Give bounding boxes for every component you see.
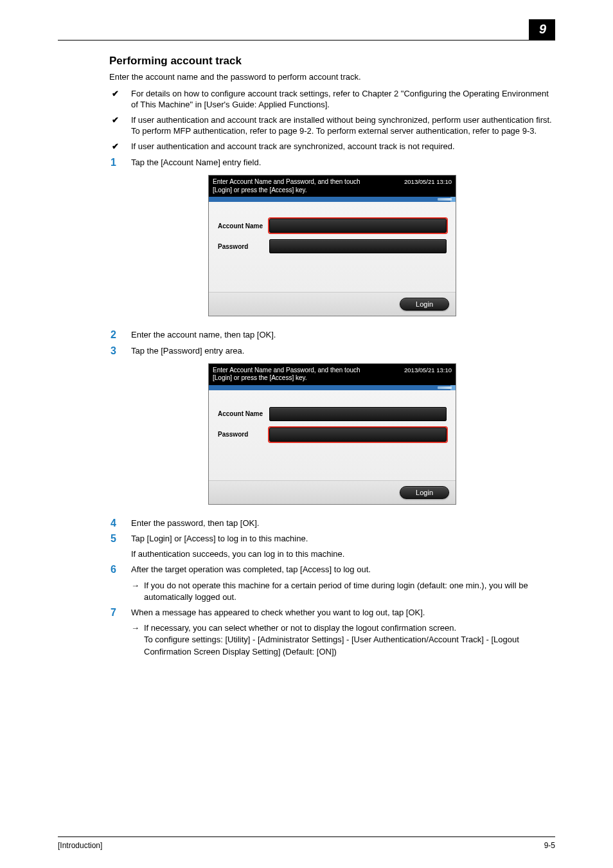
- step-main-text: Tap [Login] or [Access] to log in to thi…: [131, 533, 555, 545]
- step-sub-text: If you do not operate this machine for a…: [144, 580, 555, 603]
- account-name-row: Account Name: [218, 407, 447, 421]
- note-item: If user authentication and account track…: [109, 141, 555, 152]
- footer-left: [Introduction]: [58, 841, 102, 850]
- mfp-body: Account Name Password: [209, 202, 456, 292]
- step-text: Tap the [Password] entry area.: [131, 345, 555, 357]
- step-sub: → If you do not operate this machine for…: [131, 580, 555, 603]
- step-number: 4: [109, 518, 131, 529]
- screenshot-2: Enter Account Name and Password, and the…: [109, 363, 555, 505]
- page: 9 Performing account track Enter the acc…: [0, 0, 613, 868]
- section-title: Performing account track: [109, 55, 555, 68]
- mfp-footer: Login: [209, 292, 456, 316]
- footer-right: 9-5: [544, 841, 555, 850]
- bottom-rule: [58, 836, 555, 837]
- step-text: Enter the password, then tap [OK].: [131, 518, 555, 529]
- mfp-panel: Enter Account Name and Password, and the…: [208, 363, 456, 505]
- account-name-input[interactable]: [269, 407, 447, 421]
- mfp-memory-bar: [209, 197, 456, 202]
- step-sub: → If necessary, you can select whether o…: [131, 622, 555, 658]
- step-3: 3 Tap the [Password] entry area.: [109, 345, 555, 357]
- password-row: Password: [218, 239, 447, 253]
- step-text: After the target operation was completed…: [131, 564, 555, 603]
- mfp-instruction: Enter Account Name and Password, and the…: [213, 366, 380, 383]
- mfp-panel: Enter Account Name and Password, and the…: [208, 175, 456, 316]
- mfp-header: Enter Account Name and Password, and the…: [209, 176, 456, 197]
- password-label: Password: [218, 431, 269, 438]
- step-2: 2 Enter the account name, then tap [OK].: [109, 329, 555, 341]
- step-sub-text: If necessary, you can select whether or …: [144, 622, 555, 658]
- password-input[interactable]: [269, 428, 447, 442]
- top-rule: [58, 40, 555, 41]
- step-7: 7 When a message has appeared to check w…: [109, 607, 555, 658]
- account-name-row: Account Name: [218, 219, 447, 233]
- step-number: 1: [109, 157, 131, 168]
- mfp-body: Account Name Password: [209, 390, 456, 480]
- content-area: Performing account track Enter the accou…: [109, 55, 555, 658]
- step-text: Tap [Login] or [Access] to log in to thi…: [131, 533, 555, 560]
- account-name-input[interactable]: [269, 219, 447, 233]
- notes-list: For details on how to configure account …: [109, 88, 555, 152]
- login-button[interactable]: Login: [400, 298, 449, 311]
- mfp-timestamp: 2013/05/21 13:10: [404, 366, 452, 383]
- step-number: 2: [109, 329, 131, 341]
- password-input[interactable]: [269, 239, 447, 253]
- step-main-text: When a message has appeared to check whe…: [131, 607, 555, 619]
- note-item: For details on how to configure account …: [109, 88, 555, 111]
- step-6: 6 After the target operation was complet…: [109, 564, 555, 603]
- account-name-label: Account Name: [218, 410, 269, 417]
- intro-text: Enter the account name and the password …: [109, 71, 555, 83]
- step-5: 5 Tap [Login] or [Access] to log in to t…: [109, 533, 555, 560]
- screenshot-1: Enter Account Name and Password, and the…: [109, 175, 555, 316]
- note-item: If user authentication and account track…: [109, 114, 555, 137]
- step-main-text: After the target operation was completed…: [131, 564, 555, 575]
- chapter-tab: 9: [529, 19, 555, 41]
- step-text: When a message has appeared to check whe…: [131, 607, 555, 658]
- password-row: Password: [218, 428, 447, 442]
- login-button[interactable]: Login: [400, 486, 449, 499]
- step-text: Enter the account name, then tap [OK].: [131, 329, 555, 341]
- step-number: 3: [109, 345, 131, 357]
- step-number: 7: [109, 607, 131, 658]
- account-name-label: Account Name: [218, 222, 269, 230]
- mfp-header: Enter Account Name and Password, and the…: [209, 364, 456, 385]
- mfp-memory-bar: [209, 385, 456, 390]
- password-label: Password: [218, 243, 269, 250]
- step-1: 1 Tap the [Account Name] entry field.: [109, 157, 555, 168]
- mfp-timestamp: 2013/05/21 13:10: [404, 178, 452, 194]
- step-number: 5: [109, 533, 131, 560]
- mfp-footer: Login: [209, 480, 456, 504]
- step-4: 4 Enter the password, then tap [OK].: [109, 518, 555, 529]
- step-number: 6: [109, 564, 131, 603]
- arrow-icon: →: [131, 622, 144, 658]
- step-text: Tap the [Account Name] entry field.: [131, 157, 555, 168]
- step-extra-text: If authentication succeeds, you can log …: [131, 548, 555, 560]
- mfp-instruction: Enter Account Name and Password, and the…: [213, 178, 380, 194]
- arrow-icon: →: [131, 580, 144, 603]
